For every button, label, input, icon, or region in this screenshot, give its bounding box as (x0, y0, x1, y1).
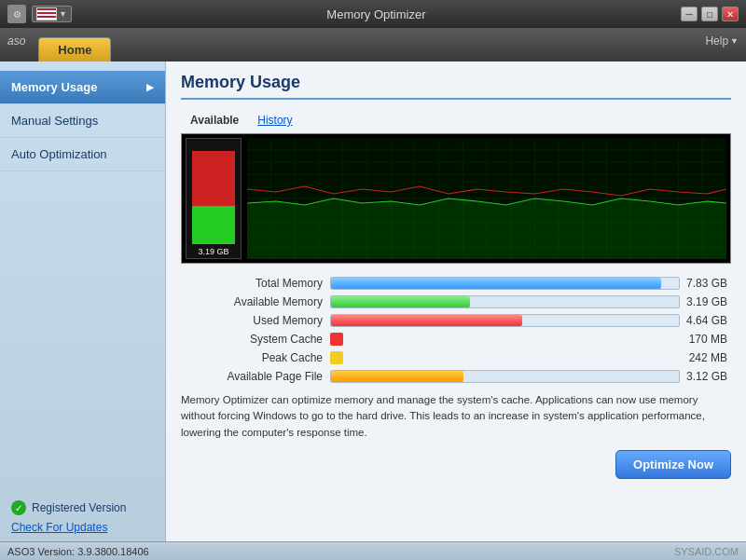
maximize-button[interactable]: □ (701, 7, 718, 21)
sidebar-item-label-memory-usage: Memory Usage (11, 80, 97, 94)
chart-tabs: Available History (181, 111, 731, 130)
stat-label-peak-cache: Peak Cache (181, 351, 330, 364)
stat-bar-fill-page-file (331, 371, 463, 382)
us-flag (36, 7, 57, 20)
stat-bar-page-file (330, 370, 680, 383)
stat-bar-used-memory (330, 314, 680, 327)
optimize-button[interactable]: Optimize Now (615, 450, 731, 479)
main-layout: Memory Usage ▶ Manual Settings Auto Opti… (0, 61, 746, 541)
sidebar-item-manual-settings[interactable]: Manual Settings (0, 104, 165, 138)
registered-label: Registered Version (32, 501, 126, 514)
nav-bar: aso Home Help ▼ (0, 28, 746, 61)
sidebar-bottom: ✓ Registered Version Check For Updates (0, 493, 165, 541)
registered-check-icon: ✓ (11, 500, 26, 515)
sidebar: Memory Usage ▶ Manual Settings Auto Opti… (0, 61, 166, 541)
check-updates-link[interactable]: Check For Updates (11, 521, 154, 534)
registered-version: ✓ Registered Version (11, 500, 154, 515)
flag-dropdown-arrow[interactable]: ▼ (59, 9, 67, 19)
stat-bar-fill-total-memory (331, 278, 661, 289)
chart-container: 3.19 GB (181, 133, 731, 264)
stat-label-total-memory: Total Memory (181, 277, 330, 290)
gauge-available-bar (192, 206, 235, 244)
stat-value-available-memory: 3.19 GB (680, 295, 731, 308)
stat-bar-fill-used-memory (331, 315, 522, 326)
stat-label-used-memory: Used Memory (181, 314, 330, 327)
window-title: Memory Optimizer (72, 7, 681, 21)
status-bar: ASO3 Version: 3.9.3800.18406 SYSAID.COM (0, 541, 746, 560)
stat-row-used-memory: Used Memory 4.64 GB (181, 314, 731, 327)
stat-value-total-memory: 7.83 GB (680, 277, 731, 290)
stat-value-system-cache: 170 MB (680, 333, 731, 346)
tab-history[interactable]: History (248, 111, 301, 130)
stat-bar-available-memory (330, 295, 680, 308)
sidebar-item-label-manual-settings: Manual Settings (11, 114, 98, 128)
stat-dot-system-cache (330, 333, 343, 346)
stat-row-total-memory: Total Memory 7.83 GB (181, 277, 731, 290)
sidebar-item-memory-usage[interactable]: Memory Usage ▶ (0, 71, 165, 104)
gauge-bar (192, 151, 235, 244)
title-bar-controls: ─ □ ✕ (681, 7, 739, 21)
brand-label: SYSAID.COM (674, 546, 739, 557)
stat-label-system-cache: System Cache (181, 333, 330, 346)
memory-graph (247, 138, 726, 259)
stat-label-available-memory: Available Memory (181, 295, 330, 308)
help-label: Help (705, 34, 728, 48)
title-bar: ⚙ ▼ Memory Optimizer ─ □ ✕ (0, 0, 746, 28)
stat-value-peak-cache: 242 MB (680, 351, 731, 364)
stat-dot-peak-cache (330, 351, 343, 364)
tab-available[interactable]: Available (181, 111, 248, 130)
version-label: ASO3 Version: 3.9.3800.18406 (7, 546, 149, 557)
tab-home[interactable]: Home (38, 37, 111, 61)
description-text: Memory Optimizer can optimize memory and… (181, 392, 731, 441)
nav-logo: aso (7, 34, 25, 55)
stat-row-page-file: Available Page File 3.12 GB (181, 370, 731, 383)
stat-row-peak-cache: Peak Cache 242 MB (181, 351, 731, 364)
title-bar-left: ⚙ ▼ (7, 5, 72, 23)
close-button[interactable]: ✕ (722, 7, 739, 21)
stat-value-page-file: 3.12 GB (680, 370, 731, 383)
help-menu[interactable]: Help ▼ (705, 34, 739, 55)
stat-row-available-memory: Available Memory 3.19 GB (181, 295, 731, 308)
page-title: Memory Usage (181, 73, 731, 100)
app-icon: ⚙ (7, 5, 26, 23)
sidebar-arrow-memory-usage: ▶ (146, 82, 154, 92)
graph-svg (247, 138, 726, 259)
gauge-used-bar (192, 151, 235, 206)
gauge-label: 3.19 GB (198, 247, 228, 256)
content-area: Memory Usage Available History 3.19 GB (166, 61, 746, 541)
stat-label-page-file: Available Page File (181, 370, 330, 383)
help-dropdown-arrow: ▼ (730, 36, 739, 46)
stat-bar-fill-available-memory (331, 296, 470, 307)
stat-bar-total-memory (330, 277, 680, 290)
minimize-button[interactable]: ─ (681, 7, 698, 21)
stats-container: Total Memory 7.83 GB Available Memory 3.… (181, 277, 731, 383)
sidebar-item-auto-optimization[interactable]: Auto Optimization (0, 138, 165, 171)
memory-gauge: 3.19 GB (186, 138, 242, 259)
flag-icon: ▼ (32, 6, 72, 22)
stat-row-system-cache: System Cache 170 MB (181, 333, 731, 346)
stat-value-used-memory: 4.64 GB (680, 314, 731, 327)
sidebar-item-label-auto-optimization: Auto Optimization (11, 147, 107, 161)
